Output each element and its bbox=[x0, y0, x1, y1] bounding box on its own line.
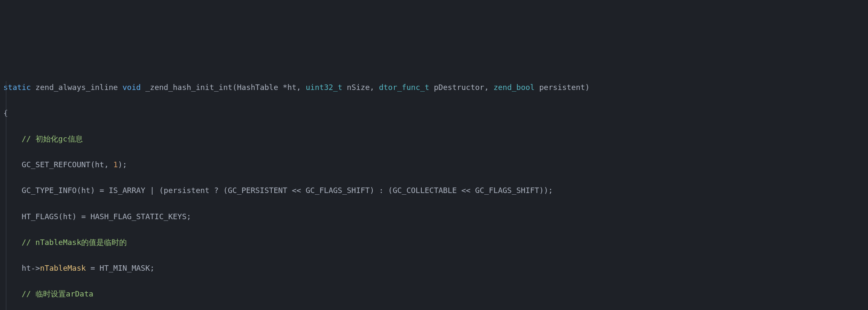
code-line: // nTableMask的值是临时的 bbox=[3, 236, 868, 249]
code-line: // 临时设置arData bbox=[3, 288, 868, 301]
code-line: { bbox=[3, 107, 868, 120]
member-ntablemask: nTableMask bbox=[40, 264, 86, 272]
indent-guide bbox=[6, 81, 6, 310]
comment: // 初始化gc信息 bbox=[3, 134, 83, 143]
code-line: ht->nTableMask = HT_MIN_MASK; bbox=[3, 262, 868, 275]
code-line: HT_FLAGS(ht) = HASH_FLAG_STATIC_KEYS; bbox=[3, 210, 868, 223]
code-line: static zend_always_inline void _zend_has… bbox=[3, 81, 868, 94]
code-line: GC_SET_REFCOUNT(ht, 1); bbox=[3, 158, 868, 171]
type-dtor-func: dtor_func_t bbox=[379, 83, 429, 92]
comment: // 临时设置arData bbox=[3, 289, 93, 298]
keyword-void: void bbox=[123, 83, 141, 92]
keyword-static: static bbox=[3, 83, 31, 92]
comment: // nTableMask的值是临时的 bbox=[3, 238, 127, 247]
code-block[interactable]: static zend_always_inline void _zend_has… bbox=[0, 55, 868, 310]
code-line: GC_TYPE_INFO(ht) = IS_ARRAY | (persisten… bbox=[3, 184, 868, 197]
type-uint32: uint32_t bbox=[306, 83, 342, 92]
type-zend-bool: zend_bool bbox=[494, 83, 535, 92]
code-line: // 初始化gc信息 bbox=[3, 133, 868, 146]
